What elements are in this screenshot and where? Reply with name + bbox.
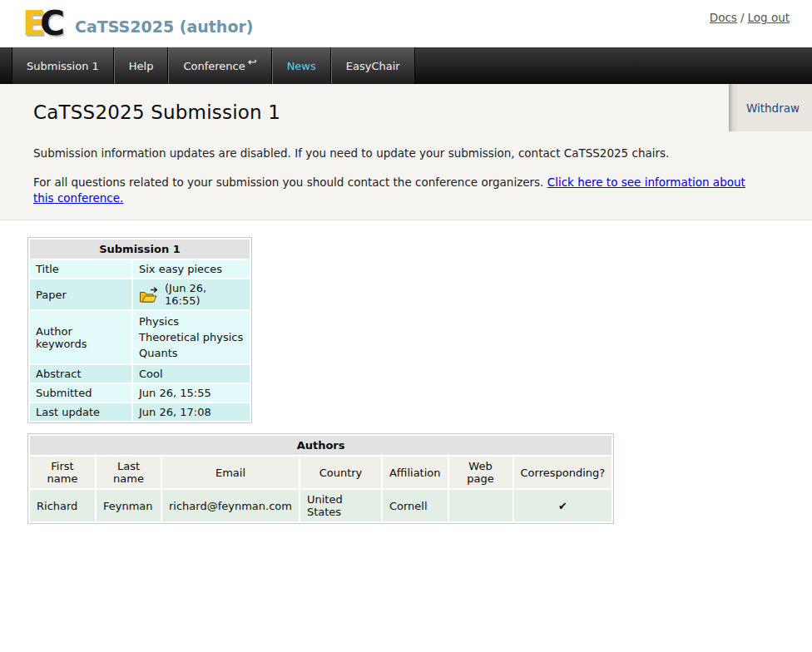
- main-content: Submission 1 Title Six easy pieces Paper: [0, 220, 812, 524]
- column-header-country: Country: [300, 457, 381, 488]
- withdraw-tab[interactable]: Withdraw: [729, 84, 812, 131]
- author-row: Richard Feynman richard@feynman.com Unit…: [30, 490, 611, 521]
- authors-table-title: Authors: [30, 436, 611, 455]
- row-label: Paper: [30, 279, 131, 309]
- logo-letter-c: C: [40, 3, 59, 43]
- column-header-web-page: Web page: [449, 457, 512, 488]
- easychair-logo: EC: [22, 3, 59, 43]
- column-header-first-name: First name: [30, 457, 95, 488]
- author-web-page: [449, 490, 512, 521]
- top-header: EC CaTSS2025 (author) Docs/Log out: [0, 0, 812, 47]
- nav-item-conference[interactable]: Conference ↩: [168, 47, 271, 84]
- nav-item-label: EasyChair: [346, 60, 400, 72]
- row-value: Jun 26, 17:08: [133, 403, 250, 421]
- nav-item-submission-1[interactable]: Submission 1: [12, 47, 114, 84]
- logo-letter-e: E: [22, 3, 40, 43]
- updates-disabled-notice: Submission information updates are disab…: [33, 146, 762, 162]
- nav-item-label: Conference: [183, 60, 245, 72]
- row-value: Jun 26, 15:55: [133, 384, 250, 402]
- nav-item-label: News: [287, 60, 316, 72]
- submission-table-title: Submission 1: [30, 240, 250, 259]
- row-value: Six easy pieces: [133, 260, 250, 278]
- open-folder-icon[interactable]: [139, 286, 159, 304]
- contact-paragraph: For all questions related to your submis…: [33, 175, 762, 207]
- table-row-paper: Paper (Jun 26, 16:55): [30, 279, 250, 309]
- links-separator: /: [737, 11, 748, 24]
- author-affiliation: Cornell: [383, 490, 448, 521]
- row-label: Submitted: [30, 384, 131, 402]
- paper-upload-time: (Jun 26, 16:55): [165, 282, 244, 307]
- authors-table: Authors First name Last name Email Count…: [27, 433, 614, 524]
- contact-text: For all questions related to your submis…: [33, 175, 547, 189]
- table-row-keywords: Author keywords Physics Theoretical phys…: [30, 311, 250, 363]
- keyword: Quants: [139, 345, 244, 361]
- keyword: Physics: [139, 314, 244, 329]
- column-header-last-name: Last name: [97, 457, 161, 488]
- docs-link[interactable]: Docs: [710, 11, 737, 24]
- withdraw-tab-label: Withdraw: [746, 101, 800, 115]
- intro-section: Withdraw CaTSS2025 Submission 1 Submissi…: [0, 84, 812, 220]
- table-row-last-update: Last update Jun 26, 17:08: [30, 403, 250, 421]
- authors-header-row: First name Last name Email Country Affil…: [30, 457, 611, 488]
- nav-item-label: Help: [129, 60, 154, 72]
- row-label: Last update: [30, 403, 131, 421]
- page-title: CaTSS2025 Submission 1: [33, 101, 762, 123]
- row-label: Abstract: [30, 365, 131, 383]
- nav-item-label: Submission 1: [27, 60, 99, 72]
- nav-item-news[interactable]: News: [272, 47, 331, 84]
- author-first-name: Richard: [30, 490, 95, 521]
- author-email: richard@feynman.com: [162, 490, 299, 521]
- logout-link[interactable]: Log out: [747, 11, 790, 24]
- row-label: Author keywords: [30, 311, 131, 363]
- author-corresponding-checkmark: ✔: [514, 490, 612, 521]
- main-nav: Submission 1 Help Conference ↩ News Easy…: [0, 47, 812, 84]
- author-last-name: Feynman: [97, 490, 161, 521]
- top-links: Docs/Log out: [710, 11, 790, 24]
- table-row-submitted: Submitted Jun 26, 15:55: [30, 384, 250, 402]
- row-label: Title: [30, 260, 131, 278]
- author-country: United States: [300, 490, 381, 521]
- return-arrow-icon: ↩: [248, 56, 257, 68]
- nav-item-easychair[interactable]: EasyChair: [331, 47, 415, 84]
- row-value: Cool: [133, 365, 250, 383]
- column-header-corresponding: Corresponding?: [514, 457, 612, 488]
- column-header-affiliation: Affiliation: [383, 457, 448, 488]
- keyword: Theoretical physics: [139, 329, 244, 345]
- table-row-abstract: Abstract Cool: [30, 365, 250, 383]
- table-row-title: Title Six easy pieces: [30, 260, 250, 278]
- submission-table: Submission 1 Title Six easy pieces Paper: [27, 237, 252, 423]
- column-header-email: Email: [162, 457, 299, 488]
- brand-title: CaTSS2025 (author): [75, 17, 253, 36]
- nav-item-help[interactable]: Help: [114, 47, 169, 84]
